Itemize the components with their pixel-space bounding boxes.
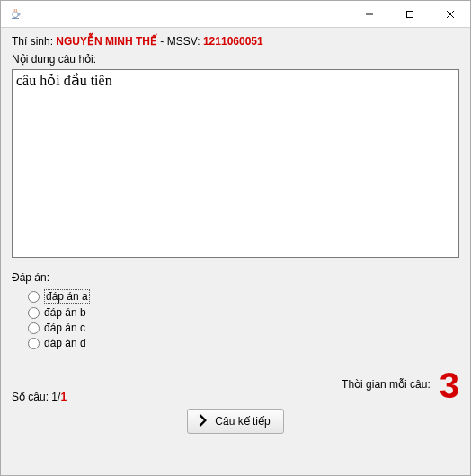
count-total: 1	[60, 391, 67, 403]
answer-radio-a[interactable]	[28, 291, 40, 303]
answer-option-c[interactable]: đáp án c	[28, 322, 459, 334]
answers-section: Đáp án: đáp án a đáp án b đáp án c đáp á…	[12, 271, 459, 349]
question-heading: Nội dung câu hỏi:	[12, 53, 459, 66]
answer-radio-d[interactable]	[28, 338, 40, 349]
question-count: Số câu: 1/1	[12, 391, 67, 403]
count-label: Số câu:	[12, 391, 51, 403]
answer-radio-b[interactable]	[28, 307, 40, 319]
client-area: Thí sinh: NGUYỄN MINH THẾ - MSSV: 121106…	[1, 28, 470, 476]
question-content[interactable]	[12, 69, 459, 258]
java-cup-icon	[8, 7, 22, 22]
answers-heading: Đáp án:	[12, 271, 459, 284]
window-minimize-button[interactable]	[349, 1, 389, 27]
answer-option-a[interactable]: đáp án a	[28, 289, 459, 304]
countdown-number: 3	[440, 367, 459, 403]
student-name: NGUYỄN MINH THẾ	[56, 35, 157, 48]
footer-row: Số câu: 1/1 Thời gian mỗi câu: 3	[12, 367, 459, 403]
mssv-label: - MSSV:	[157, 35, 203, 48]
next-button-label: Câu kế tiếp	[215, 415, 270, 428]
svg-rect-0	[406, 11, 413, 17]
student-mssv: 1211060051	[203, 35, 263, 48]
next-question-button[interactable]: Câu kế tiếp	[187, 409, 283, 434]
student-prefix: Thí sinh:	[12, 35, 56, 48]
answer-radio-c[interactable]	[28, 322, 40, 334]
answer-label-a: đáp án a	[44, 289, 90, 304]
time-per-question-label: Thời gian mỗi câu:	[342, 378, 431, 403]
window-close-button[interactable]	[430, 1, 470, 27]
next-button-row: Câu kế tiếp	[12, 409, 459, 434]
window-titlebar	[1, 1, 470, 28]
answer-option-d[interactable]: đáp án d	[28, 337, 459, 349]
student-info-row: Thí sinh: NGUYỄN MINH THẾ - MSSV: 121106…	[12, 35, 459, 48]
window-maximize-button[interactable]	[389, 1, 430, 27]
answer-option-b[interactable]: đáp án b	[28, 306, 459, 319]
answer-label-d: đáp án d	[44, 337, 86, 349]
answer-label-b: đáp án b	[44, 306, 86, 319]
chevron-right-icon	[197, 414, 209, 429]
answer-label-c: đáp án c	[44, 322, 85, 334]
